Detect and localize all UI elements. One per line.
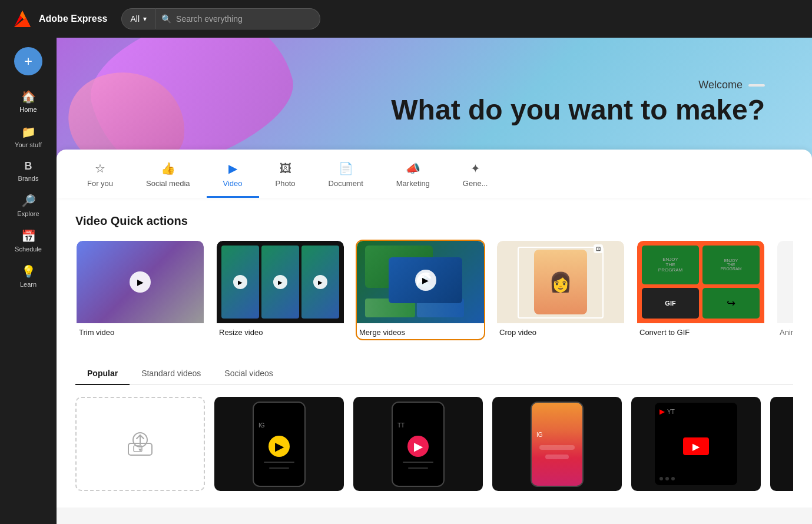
- plus-icon: +: [24, 53, 32, 69]
- tab-social-media[interactable]: 👍 Social media: [130, 150, 206, 198]
- hero-banner: Welcome What do you want to make?: [57, 38, 812, 167]
- sidebar-item-your-stuff[interactable]: 📁 Your stuff: [5, 120, 52, 153]
- youtube-dots: [659, 477, 733, 480]
- hero-text: Welcome What do you want to make?: [391, 79, 765, 126]
- pop-tab-popular[interactable]: Popular: [75, 364, 130, 385]
- qa-label-merge: Merge videos: [357, 323, 484, 339]
- animate-thumbnail: ⬜: [777, 241, 793, 323]
- gif-card-3: GIF: [642, 288, 699, 319]
- qa-label-crop: Crop video: [497, 323, 624, 339]
- document-icon: 📄: [339, 161, 353, 175]
- adobe-logo-icon: [12, 8, 33, 29]
- tmpl-card-instagram[interactable]: IG ▶: [214, 397, 344, 491]
- tmpl-card-youtube[interactable]: ▶ YT ▶: [631, 397, 761, 491]
- instagram-phone: IG ▶: [253, 402, 306, 487]
- trim-thumbnail: ▶: [77, 241, 204, 323]
- tab-generate[interactable]: ✦ Gene...: [446, 150, 505, 198]
- search-area: All ▾ 🔍: [121, 8, 320, 29]
- for-you-icon: ☆: [95, 161, 105, 175]
- qa-label-animate: Animate fro...: [777, 323, 793, 339]
- resize-panel-3: ▶: [301, 246, 339, 319]
- tmpl-card-upload[interactable]: [75, 397, 205, 491]
- marketing-icon: 📣: [406, 161, 420, 175]
- insta-story-phone: IG: [531, 402, 584, 487]
- pop-tab-standard[interactable]: Standard videos: [130, 364, 213, 385]
- generate-icon: ✦: [470, 161, 480, 175]
- filter-dropdown[interactable]: All ▾: [121, 8, 155, 29]
- search-icon: 🔍: [161, 14, 171, 24]
- schedule-icon: 📅: [21, 229, 36, 243]
- folder-icon: 📁: [21, 125, 36, 139]
- user-name-pill: [748, 84, 765, 87]
- sidebar: + 🏠 Home 📁 Your stuff B Brands 🔎 Explore…: [0, 38, 57, 524]
- instagram-icon: ▶: [269, 436, 290, 457]
- tab-marketing[interactable]: 📣 Marketing: [380, 150, 446, 198]
- tab-video[interactable]: ▶ Video: [207, 150, 259, 198]
- search-input[interactable]: [176, 14, 310, 24]
- story-bar: [539, 445, 575, 450]
- qa-card-trim[interactable]: ▶ Trim video: [75, 240, 205, 340]
- qa-label-trim: Trim video: [77, 323, 204, 339]
- gif-card-2: ENJOYTHEPROGRAM: [702, 246, 760, 284]
- sidebar-item-schedule[interactable]: 📅 Schedule: [5, 224, 52, 257]
- gif-card-1: ENJOYTHEPROGRAM: [642, 246, 699, 284]
- brands-icon: B: [25, 160, 32, 173]
- welcome-line: Welcome: [391, 79, 765, 91]
- merge-card-2: 🌊 ▶: [389, 257, 462, 303]
- search-bar: 🔍: [155, 8, 320, 29]
- play-button: ▶: [415, 270, 436, 291]
- play-button: ▶: [313, 275, 327, 289]
- photo-icon: 🖼: [280, 162, 291, 175]
- crop-icon: ⊡: [594, 244, 603, 253]
- tmpl-card-insta-story[interactable]: IG: [492, 397, 622, 491]
- sidebar-item-explore[interactable]: 🔎 Explore: [5, 189, 52, 222]
- gif-grid: ENJOYTHEPROGRAM ENJOYTHEPROGRAM GIF: [642, 246, 760, 319]
- create-button[interactable]: +: [14, 47, 42, 75]
- merge-thumbnail: 🌴 🌊 ▶: [357, 241, 484, 323]
- template-grid: IG ▶ TT ▶: [75, 397, 793, 491]
- quick-actions-grid: ▶ Trim video ▶ ▶ ▶: [75, 240, 793, 340]
- category-tabs-wrapper: ☆ For you 👍 Social media ▶ Video 🖼 Photo…: [57, 150, 812, 198]
- video-icon: ▶: [228, 161, 237, 175]
- gif-thumbnail: ENJOYTHEPROGRAM ENJOYTHEPROGRAM GIF: [637, 241, 764, 323]
- content-area: Video Quick actions ▶ Trim video ▶: [57, 198, 812, 508]
- qa-card-merge[interactable]: 🌴 🌊 ▶ Merge videos: [356, 240, 485, 340]
- tmpl-card-partial[interactable]: [770, 397, 793, 491]
- play-button: ▶: [273, 275, 287, 289]
- tmpl-card-tiktok[interactable]: TT ▶: [353, 397, 483, 491]
- main-content: Welcome What do you want to make? ☆ For …: [57, 38, 812, 524]
- resize-thumbnail: ▶ ▶ ▶: [217, 241, 344, 323]
- qa-card-crop[interactable]: 👩 ⊡ Crop video: [496, 240, 625, 340]
- tab-for-you[interactable]: ☆ For you: [71, 150, 130, 198]
- home-icon: 🏠: [21, 89, 36, 104]
- qa-card-animate[interactable]: ⬜ Animate fro...: [776, 240, 793, 340]
- progress-bar: [264, 462, 294, 463]
- pop-tab-social[interactable]: Social videos: [213, 364, 285, 385]
- chevron-down-icon: ▾: [143, 15, 147, 23]
- tiktok-phone: TT ▶: [392, 402, 445, 487]
- popular-tabs: Popular Standard videos Social videos: [75, 364, 793, 385]
- play-button: ▶: [233, 275, 247, 289]
- qa-label-gif: Convert to GIF: [637, 323, 764, 339]
- youtube-label: ▶ YT: [659, 407, 733, 416]
- tab-photo[interactable]: 🖼 Photo: [259, 150, 312, 198]
- tab-document[interactable]: 📄 Document: [312, 150, 380, 198]
- qa-card-resize[interactable]: ▶ ▶ ▶ Resize video: [216, 240, 345, 340]
- explore-icon: 🔎: [21, 194, 36, 208]
- sidebar-item-home[interactable]: 🏠 Home: [5, 85, 52, 118]
- merge-inner: 🌴 🌊 ▶: [357, 241, 484, 323]
- resize-panel-2: ▶: [261, 246, 299, 319]
- resize-panel-1: ▶: [221, 246, 259, 319]
- progress-bar: [403, 462, 433, 463]
- hero-heading: What do you want to make?: [391, 95, 765, 126]
- play-button: ▶: [130, 271, 151, 293]
- social-media-icon: 👍: [161, 161, 175, 175]
- sidebar-item-learn[interactable]: 💡 Learn: [5, 260, 52, 293]
- crop-thumbnail: 👩 ⊡: [497, 241, 624, 323]
- qa-card-gif[interactable]: ENJOYTHEPROGRAM ENJOYTHEPROGRAM GIF: [636, 240, 765, 340]
- progress-bar-2: [269, 467, 289, 469]
- welcome-label: Welcome: [698, 79, 743, 91]
- learn-icon: 💡: [21, 264, 36, 278]
- youtube-frame: ▶ YT ▶: [655, 403, 737, 485]
- sidebar-item-brands[interactable]: B Brands: [5, 155, 52, 187]
